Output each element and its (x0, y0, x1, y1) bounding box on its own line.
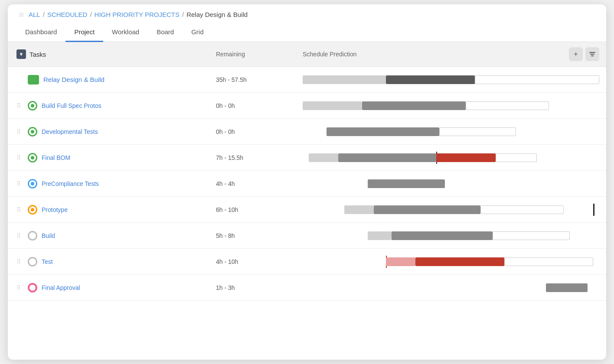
status-icon-orange (28, 205, 37, 214)
table-row: ⠿ Test 4h - 10h (8, 249, 606, 275)
schedule-bar (303, 99, 599, 113)
table-row: ⠿ Developmental Tests 0h - 0h (8, 119, 606, 145)
nav-tabs: Dashboard Project Workload Board Grid (8, 23, 606, 42)
remaining-value: 35h - 57.5h (216, 76, 303, 83)
status-icon-blue (28, 179, 37, 188)
schedule-bar (303, 125, 599, 139)
schedule-bar (303, 203, 599, 217)
task-name-cell: ⠿ PreCompliance Tests (16, 179, 216, 188)
add-task-button[interactable]: + (569, 47, 583, 61)
schedule-bar (303, 255, 599, 269)
drag-handle-icon[interactable]: ⠿ (16, 284, 23, 291)
status-icon-green (28, 127, 37, 136)
svg-rect-0 (29, 78, 38, 84)
task-name-cell: ⠿ Developmental Tests (16, 127, 216, 136)
schedule-bar (303, 73, 599, 87)
task-name-cell: ⠿ Prototype (16, 205, 216, 214)
status-icon-green (28, 153, 37, 162)
task-name-cell: ⠿ Test (16, 257, 216, 266)
table-row: ⠿ Build Full Spec Protos 0h - 0h (8, 93, 606, 119)
breadcrumb-current: Relay Design & Build (186, 11, 248, 18)
schedule-bar (303, 229, 599, 243)
table-actions: + (565, 47, 599, 61)
task-name[interactable]: Final Approval (42, 284, 80, 291)
app-window: ☆ ALL / SCHEDULED / HIGH PRIORITY PROJEC… (8, 4, 606, 360)
drag-handle-icon[interactable]: ⠿ (16, 154, 23, 161)
star-icon[interactable]: ☆ (18, 10, 24, 19)
remaining-value: 6h - 10h (216, 206, 303, 213)
remaining-column-header: Remaining (216, 51, 303, 58)
remaining-value: 1h - 3h (216, 284, 303, 291)
task-name[interactable]: Test (42, 258, 53, 265)
status-icon-green (28, 101, 37, 110)
task-name[interactable]: Build Full Spec Protos (42, 102, 101, 109)
breadcrumb: ☆ ALL / SCHEDULED / HIGH PRIORITY PROJEC… (8, 4, 606, 23)
task-name-cell: ⠿ Final BOM (16, 153, 216, 162)
drag-handle-icon[interactable]: ⠿ (16, 128, 23, 135)
tab-workload[interactable]: Workload (103, 23, 148, 42)
task-name-cell: ⠿ Final Approval (16, 283, 216, 292)
table-row: ⠿ Final BOM 7h - 15.5h (8, 145, 606, 171)
remaining-value: 0h - 0h (216, 102, 303, 109)
status-icon-pink (28, 283, 37, 292)
schedule-bar (303, 177, 599, 191)
tab-dashboard[interactable]: Dashboard (16, 23, 65, 42)
tasks-column-header: ▼ Tasks (16, 49, 216, 59)
remaining-value: 7h - 15.5h (216, 154, 303, 161)
remaining-value: 4h - 4h (216, 180, 303, 187)
tasks-label: Tasks (29, 51, 46, 58)
remaining-value: 0h - 0h (216, 128, 303, 135)
project-folder-icon (28, 75, 39, 84)
svg-rect-1 (29, 77, 33, 78)
table-row: ⠿ Final Approval 1h - 3h (8, 275, 606, 301)
drag-handle-icon[interactable]: ⠿ (16, 206, 23, 213)
status-icon-gray (28, 257, 37, 266)
task-name-cell: ⠿ Build (16, 231, 216, 240)
task-name[interactable]: Build (42, 232, 55, 239)
tasks-icon: ▼ (16, 49, 26, 59)
schedule-bar (303, 281, 599, 295)
task-name-cell: Relay Design & Build (16, 75, 216, 84)
breadcrumb-scheduled[interactable]: SCHEDULED (47, 11, 88, 18)
schedule-bar (303, 151, 599, 165)
task-name[interactable]: PreCompliance Tests (42, 180, 99, 187)
task-name-cell: ⠿ Build Full Spec Protos (16, 101, 216, 110)
tab-board[interactable]: Board (148, 23, 183, 42)
tab-grid[interactable]: Grid (183, 23, 212, 42)
drag-handle-icon[interactable]: ⠿ (16, 232, 23, 239)
table-row: ⠿ PreCompliance Tests 4h - 4h (8, 171, 606, 197)
task-name[interactable]: Final BOM (42, 154, 70, 161)
task-name[interactable]: Relay Design & Build (43, 76, 105, 83)
table-row: ⠿ Build 5h - 8h (8, 223, 606, 249)
deadline-marker (593, 204, 594, 216)
task-table: ▼ Tasks Remaining Schedule Prediction + (8, 42, 606, 301)
status-icon-gray (28, 231, 37, 240)
table-row: ⠿ Prototype 6h - 10h (8, 197, 606, 223)
remaining-value: 5h - 8h (216, 232, 303, 239)
schedule-prediction-column-header: Schedule Prediction (303, 51, 565, 58)
table-row: Relay Design & Build 35h - 57.5h (8, 67, 606, 93)
drag-handle-icon[interactable]: ⠿ (16, 180, 23, 187)
breadcrumb-all[interactable]: ALL (29, 11, 40, 18)
task-name[interactable]: Prototype (42, 206, 68, 213)
filter-button[interactable] (585, 47, 599, 61)
breadcrumb-high-priority[interactable]: HIGH PRIORITY PROJECTS (95, 11, 180, 18)
tab-project[interactable]: Project (65, 23, 103, 42)
drag-handle-icon[interactable]: ⠿ (16, 258, 23, 265)
remaining-value: 4h - 10h (216, 258, 303, 265)
drag-handle-icon[interactable]: ⠿ (16, 102, 23, 109)
task-name[interactable]: Developmental Tests (42, 128, 98, 135)
table-header: ▼ Tasks Remaining Schedule Prediction + (8, 42, 606, 67)
